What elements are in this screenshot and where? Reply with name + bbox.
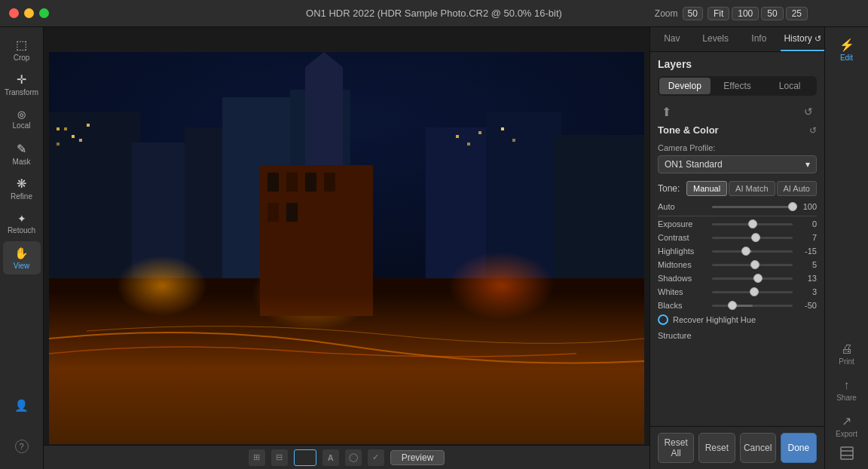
minimize-button[interactable] — [24, 8, 34, 18]
layout-svg-icon — [839, 446, 854, 461]
reset-button[interactable]: Reset — [698, 433, 735, 463]
structure-label: Structure — [658, 331, 692, 340]
grid-icon[interactable]: ⊟ — [271, 449, 288, 466]
shadows-label: Shadows — [658, 274, 709, 283]
right-tool-edit[interactable]: ⚡ Edit — [828, 33, 866, 66]
text-icon[interactable]: A — [322, 449, 339, 466]
tool-crop[interactable]: ⬚ Crop — [3, 33, 41, 66]
blacks-row: Blacks -50 — [658, 301, 817, 310]
mask-label: Mask — [13, 158, 31, 166]
tab-nav[interactable]: Nav — [650, 27, 694, 51]
panel-content: Tone & Color ↺ Camera Profile: ON1 Stand… — [650, 124, 824, 426]
svg-rect-29 — [305, 173, 316, 192]
tool-local[interactable]: ◎ Local — [3, 103, 41, 136]
subtab-develop[interactable]: Develop — [659, 78, 711, 94]
layout-icon[interactable] — [839, 446, 854, 463]
right-tool-print[interactable]: 🖨 Print — [828, 337, 866, 370]
zoom-input[interactable]: 50 — [683, 7, 703, 20]
local-label: Local — [13, 121, 31, 130]
blacks-label: Blacks — [658, 301, 709, 310]
tool-account[interactable]: 👤 — [3, 389, 41, 422]
blacks-slider[interactable] — [712, 305, 793, 307]
canvas-outline-icon[interactable] — [294, 449, 316, 466]
right-tool-share[interactable]: ↑ Share — [828, 373, 866, 406]
canvas-area: ⊞ ⊟ A ◯ ✓ Preview — [44, 27, 649, 469]
tone-manual-btn[interactable]: Manual — [686, 181, 727, 196]
retouch-icon: ✦ — [17, 213, 26, 225]
maximize-button[interactable] — [39, 8, 49, 18]
circle-icon[interactable]: ◯ — [345, 449, 362, 466]
panel-left-icon[interactable]: ⊞ — [249, 449, 265, 466]
tab-info[interactable]: Info — [738, 27, 781, 51]
tab-levels[interactable]: Levels — [694, 27, 738, 51]
auto-slider[interactable] — [712, 206, 793, 208]
svg-rect-27 — [267, 173, 279, 192]
svg-rect-20 — [87, 124, 90, 127]
right-tool-export[interactable]: ↗ Export — [828, 409, 866, 443]
history-icon: ↺ — [815, 34, 821, 44]
shadows-value: 13 — [796, 274, 817, 283]
refine-icon: ❋ — [17, 176, 26, 191]
local-icon: ◎ — [17, 109, 26, 120]
recover-highlight-checkbox[interactable] — [658, 314, 668, 325]
tool-refine[interactable]: ❋ Refine — [3, 172, 41, 205]
photo-canvas[interactable] — [49, 52, 644, 444]
reset-all-button[interactable]: Reset All — [658, 433, 694, 463]
contrast-label: Contrast — [658, 233, 709, 242]
svg-rect-31 — [267, 203, 279, 222]
tool-mask[interactable]: ✎ Mask — [3, 137, 41, 170]
done-button[interactable]: Done — [781, 433, 817, 463]
contrast-value: 7 — [796, 233, 817, 242]
section-title: Tone & Color — [658, 124, 719, 136]
tab-history[interactable]: History ↺ — [781, 27, 824, 51]
left-toolbar: ⬚ Crop ✛ Transform ◎ Local ✎ Mask ❋ Refi… — [0, 27, 44, 469]
whites-label: Whites — [658, 287, 709, 296]
camera-profile-select[interactable]: ON1 Standard ▾ — [658, 155, 817, 173]
tool-view[interactable]: ✋ View — [3, 241, 41, 274]
exposure-label: Exposure — [658, 219, 709, 228]
recover-highlight-row: Recover Highlight Hue — [658, 314, 817, 325]
midtones-slider[interactable] — [712, 264, 793, 266]
svg-rect-22 — [467, 143, 470, 146]
tool-help[interactable]: ? — [3, 430, 41, 463]
zoom-50-button[interactable]: 50 — [761, 7, 783, 20]
bottom-buttons: Reset All Reset Cancel Done — [650, 426, 824, 469]
view-label: View — [14, 262, 30, 270]
whites-slider[interactable] — [712, 291, 793, 293]
subtab-effects[interactable]: Effects — [712, 78, 763, 94]
zoom-100-button[interactable]: 100 — [732, 7, 759, 20]
highlights-slider[interactable] — [712, 250, 793, 253]
recover-highlight-label: Recover Highlight Hue — [673, 315, 756, 324]
check-icon[interactable]: ✓ — [368, 449, 384, 466]
svg-rect-23 — [478, 131, 481, 134]
exposure-slider[interactable] — [712, 223, 793, 225]
contrast-slider[interactable] — [712, 237, 793, 239]
tool-retouch[interactable]: ✦ Retouch — [3, 207, 41, 240]
subtab-local[interactable]: Local — [764, 78, 815, 94]
midtones-row: Midtones 5 — [658, 260, 817, 269]
close-button[interactable] — [9, 8, 19, 18]
whites-row: Whites 3 — [658, 287, 817, 296]
tone-aimatch-btn[interactable]: AI Match — [729, 181, 775, 196]
highlights-row: Highlights -15 — [658, 247, 817, 256]
sub-tabs: Develop Effects Local — [658, 76, 817, 96]
divider — [658, 216, 817, 216]
add-layer-icon[interactable]: ⬆ — [658, 103, 674, 120]
right-panel: Nav Levels Info History ↺ Layers Develop… — [649, 27, 824, 469]
tool-transform[interactable]: ✛ Transform — [3, 68, 41, 101]
cancel-button[interactable]: Cancel — [740, 433, 776, 463]
preview-button[interactable]: Preview — [390, 450, 445, 465]
zoom-fit-button[interactable]: Fit — [708, 7, 729, 20]
zoom-25-button[interactable]: 25 — [786, 7, 808, 20]
view-icon: ✋ — [14, 247, 29, 260]
reset-icon[interactable]: ↺ — [800, 103, 817, 120]
help-icon: ? — [15, 440, 29, 453]
svg-point-14 — [448, 252, 554, 320]
tone-header: Tone: Manual AI Match AI Auto — [658, 181, 817, 196]
share-icon: ↑ — [844, 379, 850, 392]
tone-aiauto-btn[interactable]: AI Auto — [777, 181, 817, 196]
auto-label: Auto — [658, 202, 709, 211]
shadows-slider[interactable] — [712, 277, 793, 280]
exposure-row: Exposure 0 — [658, 219, 817, 228]
section-reset-icon[interactable]: ↺ — [809, 125, 817, 136]
